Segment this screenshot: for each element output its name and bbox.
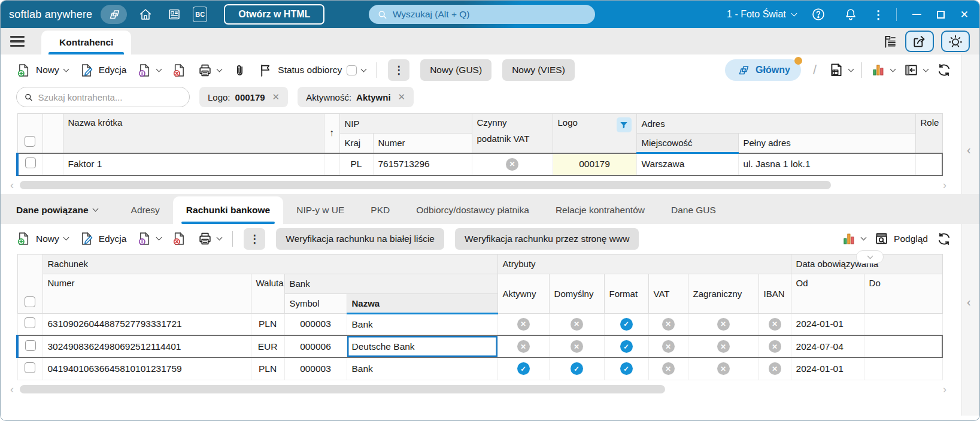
cell-format[interactable] xyxy=(604,358,648,380)
cell-do[interactable] xyxy=(864,313,942,335)
column-header-iban[interactable]: IBAN xyxy=(758,274,791,313)
contractor-search-input[interactable] xyxy=(38,92,182,102)
tab-kontrahenci[interactable]: Kontrahenci xyxy=(41,31,131,54)
cell-kraj[interactable]: PL xyxy=(339,153,373,175)
account-row[interactable]: 04194010636645810101231759 PLN 000003 Ba… xyxy=(17,358,942,380)
column-header-od[interactable]: Od xyxy=(791,274,864,313)
cell-waluta[interactable]: PLN xyxy=(251,358,284,380)
tab-rachunki-bankowe[interactable]: Rachunki bankowe xyxy=(173,196,283,224)
maximize-button[interactable] xyxy=(937,11,945,19)
column-group-bank[interactable]: Bank xyxy=(284,274,497,293)
cell-numer[interactable]: 30249083624980692512114401 xyxy=(43,335,251,358)
contractor-search[interactable] xyxy=(16,87,190,107)
delete-button[interactable] xyxy=(172,63,187,78)
chart-button[interactable] xyxy=(870,62,895,78)
global-search-input[interactable] xyxy=(393,9,587,20)
company-selector[interactable]: 1 - Foto Świat xyxy=(727,9,796,20)
cell-domyslny[interactable] xyxy=(549,313,604,335)
collapse-left-icon[interactable]: ‹ xyxy=(967,295,971,309)
share-button[interactable] xyxy=(905,31,934,52)
column-header-numer[interactable]: Numer xyxy=(373,134,472,153)
cell-zagraniczny[interactable] xyxy=(688,358,758,380)
workspace-button[interactable] xyxy=(101,5,127,24)
column-header-symbol[interactable]: Symbol xyxy=(284,293,347,313)
cell-zagraniczny[interactable] xyxy=(688,313,758,335)
minimize-button[interactable] xyxy=(912,14,921,15)
cell-nazwa[interactable]: Faktor 1 xyxy=(63,153,324,175)
column-header-logo[interactable]: Logo xyxy=(553,114,636,153)
account-row[interactable]: 63109026044887527793331721 PLN 000003 Ba… xyxy=(17,313,942,335)
toolbar-more-button[interactable]: ⋮ xyxy=(244,228,265,250)
column-header-nazwa-krotka[interactable]: Nazwa krótka xyxy=(63,114,324,153)
cell-waluta[interactable]: EUR xyxy=(251,335,284,358)
cell-od[interactable]: 2024-01-01 xyxy=(791,358,864,380)
menu-icon[interactable] xyxy=(10,36,25,47)
column-header-nazwa[interactable]: Nazwa xyxy=(347,293,497,313)
scrollbar-thumb[interactable] xyxy=(20,385,665,393)
column-header-role[interactable]: Role xyxy=(915,114,942,153)
scroll-right-icon[interactable]: › xyxy=(943,384,946,395)
tab-relacje[interactable]: Relacje kontrahentów xyxy=(542,196,658,224)
column-header-vat[interactable]: VAT xyxy=(648,274,688,313)
close-button[interactable]: ✕ xyxy=(960,8,969,21)
cell-role[interactable] xyxy=(915,153,942,175)
column-header-waluta[interactable]: Waluta xyxy=(251,274,284,313)
column-header-kraj[interactable]: Kraj xyxy=(339,134,373,153)
collapse-left-icon[interactable]: ‹ xyxy=(967,143,971,157)
column-group-atrybuty[interactable]: Atrybuty xyxy=(497,254,791,274)
column-group-rachunek[interactable]: Rachunek xyxy=(43,254,497,274)
cell-nazwa[interactable]: Bank xyxy=(347,358,497,380)
column-group-nip[interactable]: NIP xyxy=(339,114,472,134)
row-checkbox[interactable] xyxy=(25,340,36,351)
scrollbar-track[interactable] xyxy=(17,181,939,189)
column-group-adres[interactable]: Adres xyxy=(636,114,915,134)
tab-odbiorcy-dostawcy[interactable]: Odbiorcy/dostawcy płatnika xyxy=(403,196,542,224)
attachments-button[interactable] xyxy=(232,63,247,78)
cell-pelny-adres[interactable]: ul. Jasna 1 lok.1 xyxy=(738,153,915,175)
column-header-zagraniczny[interactable]: Zagraniczny xyxy=(688,274,758,313)
news-button[interactable] xyxy=(164,5,184,24)
status-odbiorcy-control[interactable]: Status odbiorcy xyxy=(258,63,366,78)
cell-numer[interactable]: 63109026044887527793331721 xyxy=(43,313,251,335)
cell-logo[interactable]: 000179 xyxy=(553,153,636,175)
verify-www-button[interactable]: Weryfikacja rachunku przez stronę www xyxy=(455,228,639,250)
info-button[interactable] xyxy=(137,63,161,78)
cell-format[interactable] xyxy=(604,313,648,335)
cell-do[interactable] xyxy=(864,358,942,380)
side-panel-button[interactable] xyxy=(903,62,928,78)
column-header-aktywny[interactable]: Aktywny xyxy=(497,274,549,313)
tab-nipy-w-ue[interactable]: NIP-y w UE xyxy=(283,196,357,224)
select-all-checkbox[interactable] xyxy=(25,136,35,147)
cell-domyslny[interactable] xyxy=(549,335,604,358)
column-header-format[interactable]: Format xyxy=(604,274,648,313)
account-row[interactable]: 30249083624980692512114401 EUR 000006 De… xyxy=(17,335,942,358)
row-checkbox[interactable] xyxy=(25,317,35,328)
help-button[interactable] xyxy=(808,5,829,24)
scroll-right-icon[interactable]: › xyxy=(943,180,946,190)
new-gus-button[interactable]: Nowy (GUS) xyxy=(420,59,491,81)
cell-iban[interactable] xyxy=(758,335,791,358)
cell-nazwa-active[interactable]: Deutsche Bank xyxy=(347,335,497,358)
cell-iban[interactable] xyxy=(758,313,791,335)
dane-powiazane-selector[interactable]: Dane powiązane xyxy=(16,205,98,216)
tab-dane-gus[interactable]: Dane GUS xyxy=(658,196,729,224)
cell-nip[interactable]: 7615713296 xyxy=(373,153,472,175)
cell-zagraniczny[interactable] xyxy=(688,335,758,358)
cell-iban[interactable] xyxy=(758,358,791,380)
delete-button[interactable] xyxy=(172,231,187,246)
new-button[interactable]: Nowy xyxy=(16,63,68,78)
new-button[interactable]: Nowy xyxy=(16,231,68,246)
main-view-button[interactable]: Główny xyxy=(725,59,801,81)
tab-adresy[interactable]: Adresy xyxy=(118,196,173,224)
scrollbar-track[interactable] xyxy=(17,385,939,393)
preview-button[interactable]: Podgląd xyxy=(874,231,928,246)
info-button[interactable] xyxy=(137,231,161,246)
cell-domyslny[interactable] xyxy=(549,358,604,380)
verify-whitelist-button[interactable]: Weryfikacja rachunku na białej liście xyxy=(276,228,444,250)
column-header-numer[interactable]: Numer xyxy=(43,274,251,313)
scrollbar-thumb[interactable] xyxy=(20,181,831,189)
column-header-miejscowosc[interactable]: Miejscowość xyxy=(636,134,738,153)
scroll-left-icon[interactable]: ‹ xyxy=(10,180,14,190)
cell-aktywny[interactable] xyxy=(497,313,549,335)
notifications-button[interactable] xyxy=(841,5,861,24)
